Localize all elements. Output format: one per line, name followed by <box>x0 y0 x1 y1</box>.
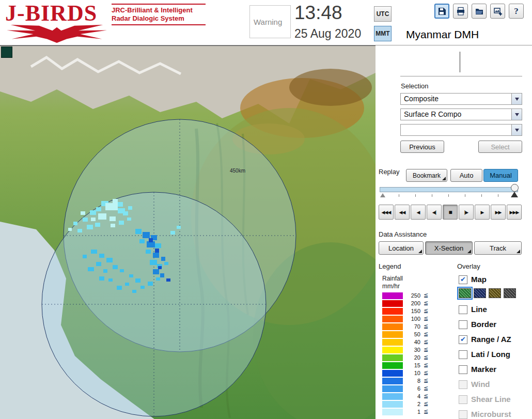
data-assistance-label: Data Assistance <box>379 230 427 238</box>
overlay-item-label: Lati / Long <box>471 350 510 359</box>
x-section-button[interactable]: X-Section <box>425 241 473 255</box>
previous-button[interactable]: Previous <box>400 141 444 153</box>
legend-value: 4 <box>405 393 420 399</box>
map-style-swatch-2[interactable] <box>474 288 486 298</box>
dropdown-product[interactable]: Surface R Compo <box>400 108 522 120</box>
overlay-item-label: Line <box>471 305 487 314</box>
legend-value: 2 <box>405 401 420 407</box>
playback-stop-button[interactable]: ■ <box>443 205 458 220</box>
app-logo-tagline: JRC-Brilliant & Intelligent Radar Dialog… <box>112 4 206 25</box>
legend-row: 200≦ <box>382 300 444 307</box>
legend-lte-symbol: ≦ <box>424 300 428 306</box>
overlay-item-label: Shear Line <box>471 395 511 404</box>
dropdown-arrow-button[interactable] <box>511 94 522 104</box>
playback-step-backward-button[interactable]: ◀| <box>427 205 442 220</box>
overlay-item-marker: Marker <box>457 364 532 376</box>
dropdown-arrow-button[interactable] <box>511 125 522 135</box>
save-button[interactable] <box>434 4 449 19</box>
tagline-line2: Radar Dialogic System <box>112 14 206 23</box>
overlay-item-lati-long: Lati / Long <box>457 349 532 361</box>
legend-row: 70≦ <box>382 323 444 331</box>
chevron-down-icon <box>515 98 519 103</box>
overlay-item-map: ✔ Map <box>457 274 532 286</box>
open-folder-button[interactable] <box>472 4 487 19</box>
overlay-item-label: Marker <box>471 365 496 374</box>
legend-value: 15 <box>405 362 420 368</box>
map-style-swatch-3[interactable] <box>489 288 501 298</box>
help-icon: ? <box>514 6 519 17</box>
dropdown-arrow-button[interactable] <box>511 109 522 120</box>
timezone-utc-label: UTC <box>377 10 389 18</box>
overlay-item-range-az: ✔ Range / AZ <box>457 334 532 346</box>
print-button[interactable] <box>453 4 468 19</box>
legend-color-swatch <box>382 385 403 392</box>
legend-value: 200 <box>405 300 420 306</box>
track-button[interactable]: Track <box>474 241 522 255</box>
overlay-item-label: Range / AZ <box>471 335 511 344</box>
playback-play-forward-button[interactable]: ▶ <box>475 205 490 220</box>
manual-mode-button[interactable]: Manual <box>483 169 518 182</box>
legend-lte-symbol: ≦ <box>424 369 428 376</box>
warning-indicator[interactable]: Warning <box>249 5 291 38</box>
save-icon <box>437 7 447 16</box>
legend-row: 20≦ <box>382 354 444 362</box>
legend-row: 1≦ <box>382 408 444 416</box>
line-checkbox[interactable] <box>459 305 467 314</box>
timezone-mmt-label: MMT <box>375 30 389 37</box>
legend-row: 150≦ <box>382 307 444 315</box>
legend-unit-line2: mm/hr <box>382 283 400 290</box>
highland-patch <box>289 69 372 106</box>
auto-mode-button[interactable]: Auto <box>450 169 482 182</box>
timezone-utc-button[interactable]: UTC <box>374 6 392 22</box>
timeline-position-marker[interactable] <box>511 192 518 197</box>
dropdown-data-type[interactable]: Composite <box>400 93 522 105</box>
legend-value: 8 <box>405 378 420 384</box>
legend-lte-symbol: ≦ <box>424 385 428 392</box>
legend-color-swatch <box>382 339 403 346</box>
playback-jump-start-button[interactable]: ◀◀◀ <box>379 205 394 220</box>
legend-lte-symbol: ≦ <box>424 338 428 345</box>
map-style-swatch-4[interactable] <box>504 288 516 298</box>
location-button[interactable]: Location <box>379 241 424 255</box>
add-image-button[interactable] <box>490 4 505 19</box>
status-info-box[interactable] <box>400 49 522 76</box>
lati-long-checkbox[interactable] <box>459 350 467 359</box>
radar-map-viewport[interactable]: 450km <box>0 45 375 419</box>
add-image-icon <box>493 7 503 16</box>
playback-jump-end-button[interactable]: ▶▶▶ <box>507 205 522 220</box>
replay-timeline-track[interactable] <box>380 187 518 192</box>
dropdown-data-type-value: Composite <box>404 95 439 103</box>
check-icon: ✔ <box>460 336 466 343</box>
map-corner-badge[interactable] <box>1 46 12 58</box>
selection-section-label: Selection <box>401 82 428 90</box>
app-logo-title: J-BIRDS <box>5 0 97 26</box>
site-name: Myanmar DMH <box>406 28 479 41</box>
playback-step-forward-button[interactable]: |▶ <box>459 205 474 220</box>
playback-fast-forward-button[interactable]: ▶▶ <box>491 205 506 220</box>
dropdown-option[interactable] <box>400 124 522 136</box>
map-checkbox[interactable]: ✔ <box>459 275 467 284</box>
playback-controls: ◀◀◀ ◀◀ ◀ ◀| ■ |▶ ▶ ▶▶ ▶▶▶ <box>379 205 522 220</box>
legend-lte-symbol: ≦ <box>424 315 428 322</box>
marker-checkbox[interactable] <box>459 365 467 374</box>
bookmark-button[interactable]: Bookmark <box>406 169 447 182</box>
overlay-item-line: Line <box>457 304 532 316</box>
chevron-down-icon <box>515 129 519 134</box>
playback-fast-backward-button[interactable]: ◀◀ <box>395 205 410 220</box>
help-button[interactable]: ? <box>509 4 524 19</box>
border-checkbox[interactable] <box>459 320 467 329</box>
legend-color-swatch <box>382 354 403 361</box>
warning-label: Warning <box>254 18 282 26</box>
range-az-checkbox[interactable]: ✔ <box>459 335 467 344</box>
microburst-checkbox <box>459 410 467 419</box>
select-button[interactable]: Select <box>478 141 522 153</box>
legend-value: 10 <box>405 370 420 376</box>
timezone-mmt-button[interactable]: MMT <box>374 26 392 41</box>
playback-play-backward-button[interactable]: ◀ <box>411 205 426 220</box>
overlay-item-wind: Wind <box>457 379 532 391</box>
legend-unit-line1: Rainfall <box>382 275 403 282</box>
range-label: 450km <box>230 168 245 174</box>
legend-color-swatch <box>382 378 403 384</box>
map-style-swatch-1[interactable] <box>459 288 471 298</box>
replay-timeline-thumb[interactable] <box>511 184 519 192</box>
